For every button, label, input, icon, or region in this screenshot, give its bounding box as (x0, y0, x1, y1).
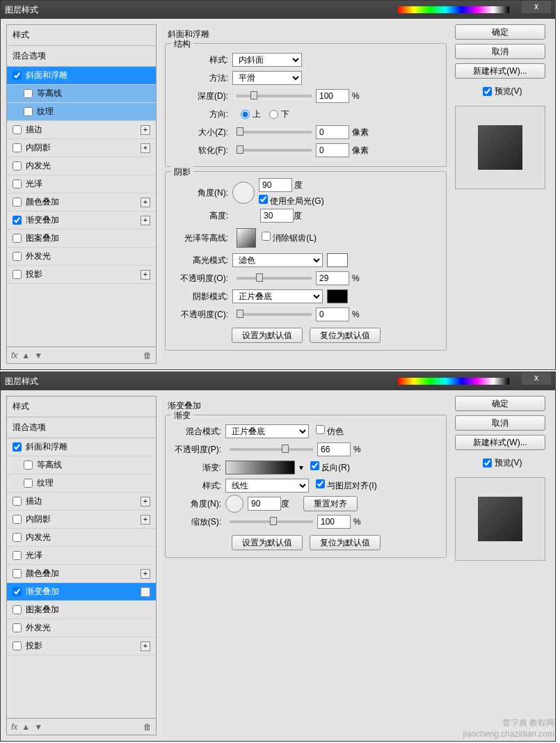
dither-check[interactable] (316, 425, 325, 434)
add-icon[interactable]: + (141, 587, 150, 597)
angle-dial[interactable] (232, 182, 255, 204)
preview-check[interactable] (483, 87, 492, 96)
blend-options[interactable]: 混合选项 (7, 417, 156, 438)
arrow-up-icon[interactable]: ▲ (22, 722, 30, 732)
scale-input[interactable] (317, 515, 351, 529)
arrow-down-icon[interactable]: ▼ (34, 351, 42, 360)
style-pattern-overlay[interactable]: 图案叠加 (7, 230, 156, 248)
cancel-button[interactable]: 取消 (455, 44, 545, 59)
altitude-input[interactable] (260, 209, 294, 223)
antialias-check[interactable] (262, 232, 271, 241)
add-icon[interactable]: + (141, 641, 150, 651)
scale-slider[interactable] (230, 520, 313, 523)
style-inner-shadow[interactable]: 内阴影+ (7, 511, 156, 529)
add-icon[interactable]: + (141, 216, 150, 225)
gradient-style-select[interactable]: 线性 (225, 479, 309, 493)
style-bevel[interactable]: 斜面和浮雕 (7, 67, 156, 85)
style-color-overlay[interactable]: 颜色叠加+ (7, 193, 156, 211)
style-gradient-overlay[interactable]: 渐变叠加+ (7, 211, 156, 230)
style-satin[interactable]: 光泽 (7, 175, 156, 193)
depth-input[interactable] (316, 89, 349, 103)
style-color-overlay[interactable]: 颜色叠加+ (7, 565, 156, 583)
style-select[interactable]: 内斜面 (232, 53, 302, 67)
ok-button[interactable]: 确定 (455, 396, 545, 411)
reverse-check[interactable] (310, 461, 319, 470)
style-inner-glow[interactable]: 内发光 (7, 529, 156, 547)
size-input[interactable] (316, 125, 349, 139)
style-drop-shadow[interactable]: 投影+ (7, 637, 156, 655)
gradient-picker[interactable] (225, 461, 295, 474)
shadow-opacity-input[interactable] (316, 307, 349, 321)
trash-icon[interactable]: 🗑 (143, 722, 152, 732)
add-icon[interactable]: + (141, 270, 150, 280)
arrow-up-icon[interactable]: ▲ (22, 351, 30, 360)
new-style-button[interactable]: 新建样式(W)... (455, 435, 545, 450)
opacity-slider[interactable] (230, 448, 313, 451)
method-select[interactable]: 平滑 (232, 71, 302, 85)
opacity-input[interactable] (317, 442, 351, 456)
fx-icon[interactable]: fx (11, 351, 17, 360)
blend-mode-select[interactable]: 正片叠底 (225, 424, 309, 438)
soften-input[interactable] (316, 143, 349, 157)
add-icon[interactable]: + (141, 569, 150, 579)
angle-dial[interactable] (225, 495, 243, 513)
style-texture[interactable]: 纹理 (7, 103, 156, 121)
ok-button[interactable]: 确定 (455, 24, 545, 40)
add-icon[interactable]: + (141, 143, 150, 153)
style-inner-shadow[interactable]: 内阴影+ (7, 139, 156, 157)
style-outer-glow[interactable]: 外发光 (7, 619, 156, 637)
reset-align-button[interactable]: 重置对齐 (303, 496, 358, 511)
add-icon[interactable]: + (141, 198, 150, 207)
shading-group: 阴影 角度(N): 度 使用全局光(G) 高度: 度 光泽等高线: 消除锯齿(L… (165, 171, 447, 351)
shadow-mode-select[interactable]: 正片叠底 (232, 289, 323, 303)
global-light-check[interactable] (259, 195, 268, 204)
style-gradient-overlay[interactable]: 渐变叠加+ (7, 583, 156, 601)
styles-header[interactable]: 样式 (7, 25, 156, 46)
reset-default-button[interactable]: 复位为默认值 (310, 535, 381, 550)
align-check[interactable] (316, 479, 325, 488)
style-contour[interactable]: 等高线 (7, 85, 156, 103)
shadow-color[interactable] (327, 289, 348, 303)
style-stroke[interactable]: 描边+ (7, 493, 156, 511)
styles-header[interactable]: 样式 (7, 397, 156, 417)
depth-slider[interactable] (237, 95, 312, 97)
add-icon[interactable]: + (141, 497, 150, 506)
style-bevel[interactable]: 斜面和浮雕 (7, 438, 156, 456)
style-pattern-overlay[interactable]: 图案叠加 (7, 601, 156, 619)
arrow-down-icon[interactable]: ▼ (34, 722, 42, 732)
reset-default-button[interactable]: 复位为默认值 (310, 328, 381, 343)
shadow-opacity-slider[interactable] (237, 313, 312, 316)
close-icon[interactable]: x (522, 1, 551, 13)
blend-options[interactable]: 混合选项 (7, 46, 156, 67)
close-icon[interactable]: x (522, 372, 551, 385)
gloss-contour[interactable] (237, 228, 256, 248)
titlebar[interactable]: 图层样式 x (1, 372, 555, 390)
angle-input[interactable] (259, 178, 292, 192)
cancel-button[interactable]: 取消 (455, 415, 545, 431)
make-default-button[interactable]: 设置为默认值 (232, 535, 303, 550)
highlight-opacity-slider[interactable] (237, 277, 312, 280)
style-inner-glow[interactable]: 内发光 (7, 157, 156, 175)
size-slider[interactable] (237, 131, 312, 134)
fx-icon[interactable]: fx (11, 722, 17, 732)
style-texture[interactable]: 纹理 (7, 474, 156, 493)
dir-up-radio[interactable] (241, 110, 250, 119)
style-outer-glow[interactable]: 外发光 (7, 248, 156, 266)
style-stroke[interactable]: 描边+ (7, 121, 156, 139)
trash-icon[interactable]: 🗑 (143, 351, 152, 360)
style-satin[interactable]: 光泽 (7, 547, 156, 565)
highlight-opacity-input[interactable] (316, 271, 349, 285)
titlebar[interactable]: 图层样式 x (1, 1, 555, 19)
dir-down-radio[interactable] (269, 110, 278, 119)
add-icon[interactable]: + (141, 515, 150, 525)
highlight-mode-select[interactable]: 滤色 (232, 253, 323, 267)
preview-check[interactable] (483, 458, 492, 468)
highlight-color[interactable] (327, 253, 348, 267)
style-contour[interactable]: 等高线 (7, 456, 156, 474)
angle-input[interactable] (248, 497, 281, 511)
add-icon[interactable]: + (141, 125, 150, 135)
style-drop-shadow[interactable]: 投影+ (7, 266, 156, 284)
make-default-button[interactable]: 设置为默认值 (232, 328, 303, 343)
new-style-button[interactable]: 新建样式(W)... (455, 63, 545, 79)
soften-slider[interactable] (237, 149, 312, 152)
